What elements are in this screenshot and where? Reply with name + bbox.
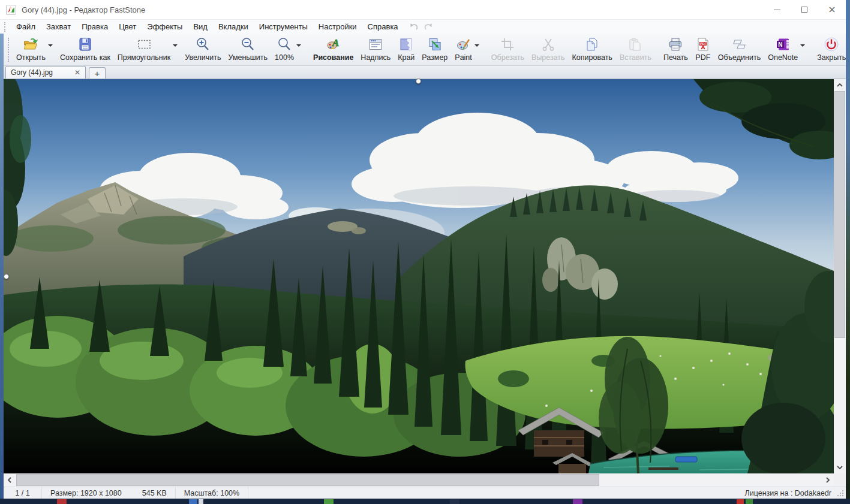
close-app-icon	[824, 37, 839, 52]
desktop-icon-fragment	[737, 499, 744, 504]
onenote-button[interactable]: N OneNote	[764, 34, 809, 65]
desktop-icon-fragment	[746, 499, 753, 504]
menubar: Файл Захват Правка Цвет Эффекты Вид Вкла…	[0, 19, 846, 34]
desktop-icon-fragment	[199, 499, 203, 504]
statusbar: 1 / 1 Размер: 1920 x 1080 545 KB Масштаб…	[4, 487, 846, 499]
copy-button[interactable]: Копировать	[569, 34, 616, 65]
save-as-button[interactable]: Сохранить как	[56, 34, 114, 65]
desktop-icons-strip	[0, 499, 850, 504]
menu-settings[interactable]: Настройки	[313, 21, 362, 32]
open-dropdown-icon[interactable]	[48, 44, 53, 47]
merge-button[interactable]: Объединить	[714, 34, 764, 65]
resize-label: Размер	[422, 53, 447, 62]
status-file-size: 545 KB	[142, 489, 167, 497]
minimize-button[interactable]	[763, 0, 791, 19]
desktop-icon-fragment	[324, 499, 334, 504]
print-icon	[668, 37, 683, 52]
scroll-down-button[interactable]	[834, 461, 846, 473]
desktop-icon-fragment	[189, 499, 197, 504]
chevron-left-icon	[8, 477, 11, 483]
vertical-scrollbar[interactable]	[834, 79, 846, 473]
close-button[interactable]: ×	[818, 0, 846, 19]
chevron-down-icon	[837, 466, 843, 469]
tab-close-icon[interactable]: ✕	[74, 69, 80, 76]
draw-icon: A	[326, 37, 341, 52]
paint-dropdown-icon[interactable]	[474, 44, 479, 47]
vertical-scroll-thumb[interactable]	[834, 91, 845, 338]
zoom-actual-button[interactable]: 100%	[271, 34, 305, 65]
close-file-button[interactable]: Закрыть	[813, 34, 849, 65]
new-tab-button[interactable]: +	[89, 67, 106, 79]
faststone-editor-window: Gory (44).jpg - Редактор FastStone × Фай…	[0, 0, 846, 499]
status-page-indicator: 1 / 1	[4, 487, 42, 499]
scroll-up-button[interactable]	[834, 79, 846, 91]
onenote-dropdown-icon[interactable]	[800, 44, 805, 47]
rectangle-dropdown-icon[interactable]	[173, 44, 178, 47]
zoom-actual-icon	[277, 37, 292, 52]
paste-label: Вставить	[620, 53, 651, 62]
status-image-size: Размер: 1920 x 1080	[50, 489, 122, 497]
tab-gory-44[interactable]: Gory (44).jpg ✕	[5, 66, 86, 79]
crop-label: Обрезать	[491, 53, 524, 62]
zoom-out-button[interactable]: Уменьшить	[225, 34, 272, 65]
rect-select-icon	[136, 37, 152, 52]
menu-tools[interactable]: Инструменты	[254, 21, 313, 32]
desktop-icon-fragment	[57, 499, 67, 504]
zoom-out-label: Уменьшить	[229, 53, 268, 62]
resize-icon	[427, 37, 443, 52]
scrollbar-corner	[834, 473, 846, 487]
annotate-label: Надпись	[361, 53, 391, 62]
annotate-button[interactable]: Надпись	[357, 34, 394, 65]
zoom-in-button[interactable]: Увеличить	[181, 34, 224, 65]
menu-effects[interactable]: Эффекты	[142, 21, 188, 32]
resize-button[interactable]: Размер	[418, 34, 451, 65]
edge-label: Край	[398, 53, 415, 62]
minimize-icon	[774, 10, 780, 10]
open-button[interactable]: Открыть	[13, 34, 56, 65]
edge-button[interactable]: Край	[394, 34, 418, 65]
desktop-icon-fragment	[450, 499, 459, 504]
draw-button[interactable]: A Рисование	[310, 34, 357, 65]
paste-icon	[627, 37, 643, 52]
paint-icon	[456, 37, 471, 52]
chevron-right-icon	[826, 477, 830, 483]
cut-icon	[540, 37, 556, 52]
svg-text:PDF: PDF	[700, 42, 707, 46]
resize-handle-left[interactable]	[4, 274, 9, 279]
maximize-button[interactable]	[791, 0, 818, 19]
print-button[interactable]: Печать	[660, 34, 692, 65]
menu-capture[interactable]: Захват	[41, 21, 76, 32]
photo-mountain-landscape	[4, 79, 834, 473]
redo-icon[interactable]	[423, 22, 434, 32]
paint-button[interactable]: Paint	[451, 34, 483, 65]
tabbar: Gory (44).jpg ✕ +	[4, 66, 846, 79]
undo-icon[interactable]	[409, 22, 419, 32]
tab-label: Gory (44).jpg	[11, 68, 53, 77]
toolbar-grip[interactable]	[8, 38, 9, 62]
window-title: Gory (44).jpg - Редактор FastStone	[22, 5, 145, 14]
image-canvas[interactable]	[4, 79, 834, 473]
resize-grip-icon[interactable]	[836, 489, 844, 497]
zoom-dropdown-icon[interactable]	[296, 44, 301, 47]
menu-view[interactable]: Вид	[188, 21, 213, 32]
open-label: Открыть	[16, 53, 46, 62]
chevron-up-icon	[837, 83, 843, 87]
scroll-right-button[interactable]	[822, 474, 834, 486]
horizontal-scroll-thumb[interactable]	[16, 474, 599, 486]
rectangle-select-button[interactable]: Прямоугольник	[114, 34, 181, 65]
menu-edit[interactable]: Правка	[76, 21, 113, 32]
draw-label: Рисование	[313, 53, 353, 62]
resize-handle-top[interactable]	[416, 79, 421, 84]
new-tab-icon: +	[95, 68, 100, 79]
menu-file[interactable]: Файл	[11, 21, 41, 32]
scroll-left-button[interactable]	[4, 474, 16, 486]
menu-color[interactable]: Цвет	[113, 21, 142, 32]
zoom-in-icon	[195, 37, 211, 52]
pdf-button[interactable]: PDF PDF	[692, 34, 714, 65]
menubar-grip[interactable]	[4, 22, 7, 32]
zoom-actual-label: 100%	[275, 53, 294, 62]
horizontal-scrollbar[interactable]	[4, 473, 834, 487]
paint-label: Paint	[455, 53, 472, 62]
menu-tabs[interactable]: Вкладки	[213, 21, 254, 32]
menu-help[interactable]: Справка	[362, 21, 404, 32]
